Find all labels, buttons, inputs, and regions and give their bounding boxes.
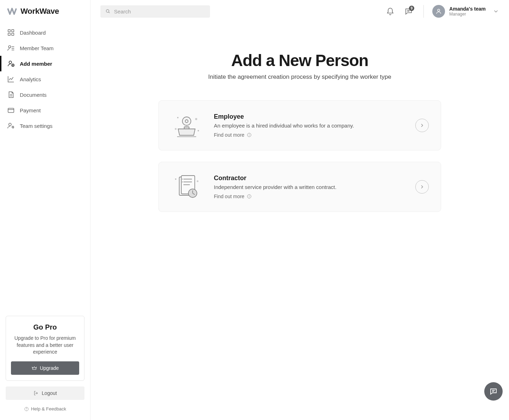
search-box[interactable]	[100, 5, 210, 18]
chart-icon	[7, 75, 15, 83]
topbar: 9 Amanda's team Manager	[90, 0, 509, 23]
info-icon	[247, 194, 252, 199]
user-role: Manager	[449, 12, 486, 17]
search-input[interactable]	[114, 8, 205, 14]
document-icon	[7, 91, 15, 99]
crown-icon	[31, 365, 37, 371]
person-icon	[435, 8, 442, 14]
divider	[423, 5, 424, 18]
svg-point-21	[106, 10, 109, 12]
nav-label: Documents	[20, 92, 47, 98]
sidebar-item-documents[interactable]: Documents	[0, 87, 90, 102]
svg-rect-14	[8, 108, 14, 113]
nav-label: Member Team	[20, 45, 54, 51]
help-feedback-link[interactable]: Help & Feedback	[6, 404, 84, 414]
chevron-down-icon	[493, 8, 499, 14]
svg-rect-3	[12, 33, 14, 35]
svg-point-37	[175, 178, 176, 180]
svg-point-44	[182, 179, 183, 180]
svg-point-28	[198, 130, 199, 131]
employee-illustration-icon	[171, 111, 203, 140]
svg-point-20	[26, 410, 27, 410]
svg-point-51	[249, 195, 250, 196]
svg-line-22	[109, 12, 110, 13]
team-icon	[7, 44, 15, 52]
sidebar-item-dashboard[interactable]: Dashboard	[0, 25, 90, 40]
svg-point-38	[197, 181, 199, 182]
messages-badge: 9	[409, 6, 414, 11]
svg-point-25	[438, 9, 440, 11]
logout-label: Logout	[42, 390, 57, 396]
svg-point-29	[175, 128, 177, 130]
logo-mark-icon	[7, 6, 17, 16]
sidebar-item-payment[interactable]: Payment	[0, 102, 90, 118]
logout-button[interactable]: Logout	[6, 386, 84, 400]
content: Add a New Person Initiate the agreement …	[90, 23, 509, 420]
nav-list: Dashboard Member Team Add member Analyti…	[0, 25, 90, 316]
sidebar: WorkWave Dashboard Member Team Add membe…	[0, 0, 90, 420]
main: 9 Amanda's team Manager Add a New Person…	[90, 0, 509, 420]
svg-point-30	[182, 117, 191, 125]
avatar	[432, 5, 445, 18]
svg-rect-1	[12, 30, 14, 32]
user-name: Amanda's team	[449, 6, 486, 12]
user-menu[interactable]: Amanda's team Manager	[432, 5, 499, 18]
svg-point-8	[9, 61, 12, 64]
find-more-label: Find out more	[214, 194, 244, 199]
help-icon	[24, 407, 29, 412]
bell-icon	[386, 7, 394, 16]
sidebar-item-analytics[interactable]: Analytics	[0, 71, 90, 87]
find-out-more-link[interactable]: Find out more	[214, 132, 404, 138]
option-desc: An employee is a hired individual who wo…	[214, 123, 404, 129]
chevron-right-icon	[419, 184, 425, 190]
page-subtitle: Initiate the agreement creation process …	[208, 73, 391, 81]
upgrade-button[interactable]: Upgrade	[11, 361, 79, 375]
info-icon	[247, 132, 252, 137]
option-title: Employee	[214, 113, 404, 120]
nav-label: Dashboard	[20, 30, 46, 36]
find-out-more-link[interactable]: Find out more	[214, 194, 404, 199]
svg-point-16	[9, 123, 11, 126]
chat-bubble-icon	[489, 387, 498, 396]
svg-point-36	[249, 134, 250, 134]
svg-point-4	[8, 46, 11, 48]
upgrade-label: Upgrade	[40, 365, 59, 371]
notifications-button[interactable]	[384, 5, 397, 18]
svg-point-45	[182, 182, 183, 183]
help-label: Help & Feedback	[31, 406, 66, 412]
sidebar-item-member-team[interactable]: Member Team	[0, 40, 90, 56]
option-title: Contractor	[214, 174, 404, 182]
option-contractor[interactable]: Contractor Independent service provider …	[158, 162, 441, 212]
messages-button[interactable]: 9	[402, 5, 415, 18]
sidebar-item-add-member[interactable]: Add member	[0, 56, 90, 71]
option-employee[interactable]: Employee An employee is a hired individu…	[158, 100, 441, 150]
grid-icon	[7, 29, 15, 36]
chevron-right-icon	[419, 123, 425, 128]
pro-desc: Upgrade to Pro for premium features and …	[11, 335, 79, 356]
logo[interactable]: WorkWave	[0, 6, 90, 25]
option-desc: Independent service provider with a writ…	[214, 184, 404, 190]
arrow-button[interactable]	[415, 180, 429, 194]
nav-label: Analytics	[20, 76, 41, 82]
brand-name: WorkWave	[21, 7, 59, 16]
sidebar-item-team-settings[interactable]: Team settings	[0, 118, 90, 134]
nav-label: Add member	[20, 61, 52, 67]
svg-rect-0	[8, 30, 10, 32]
arrow-button[interactable]	[415, 119, 429, 132]
nav-label: Payment	[20, 107, 41, 113]
pro-title: Go Pro	[11, 323, 79, 331]
search-icon	[105, 8, 111, 14]
logout-icon	[33, 390, 39, 396]
user-settings-icon	[7, 122, 15, 130]
svg-point-27	[195, 118, 197, 120]
page-title: Add a New Person	[231, 51, 368, 70]
svg-rect-32	[184, 127, 189, 129]
svg-rect-2	[8, 33, 10, 35]
chat-fab[interactable]	[484, 382, 503, 401]
find-more-label: Find out more	[214, 132, 244, 138]
pro-card: Go Pro Upgrade to Pro for premium featur…	[6, 316, 84, 381]
nav-label: Team settings	[20, 123, 53, 129]
card-icon	[7, 106, 15, 114]
add-user-icon	[7, 60, 15, 67]
contractor-illustration-icon	[171, 173, 203, 201]
